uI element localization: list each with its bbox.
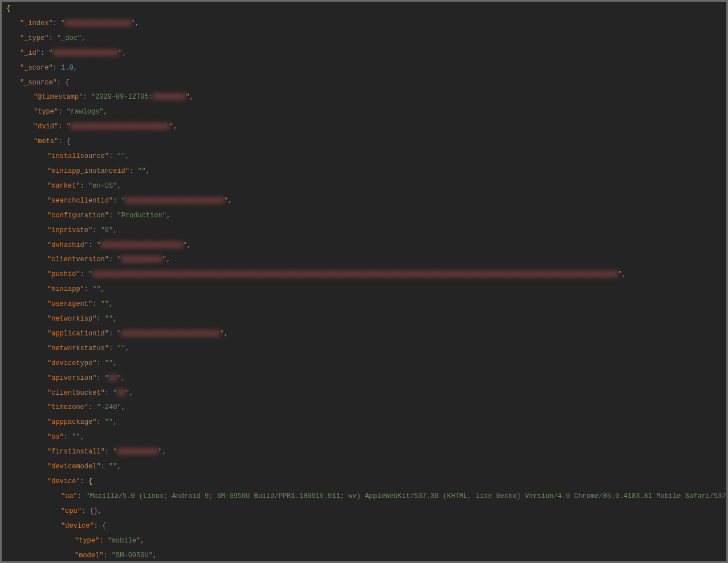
json-viewer-pane[interactable]: { "_index": "████████████████", "_type":… [0,0,728,563]
json-source: { "_index": "████████████████", "_type":… [6,5,722,563]
